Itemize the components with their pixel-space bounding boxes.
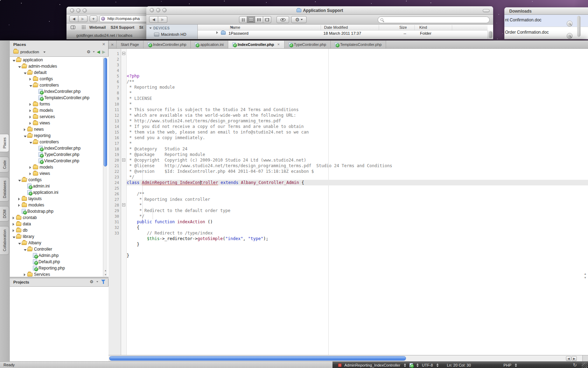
- search-field[interactable]: [378, 16, 490, 23]
- close-window-button[interactable]: [70, 8, 74, 13]
- scrollbar-thumb[interactable]: [489, 31, 492, 38]
- disclosure-icon[interactable]: [13, 221, 16, 227]
- tree-item-views[interactable]: views: [10, 170, 108, 177]
- top-sites-icon[interactable]: [82, 27, 83, 28]
- tree-item-bootstrap-php[interactable]: Bootstrap.php: [10, 208, 108, 214]
- column-header-date-modified[interactable]: Date Modified: [324, 25, 348, 29]
- code-area[interactable]: <?php/** * Reporting module * * LICENSE …: [127, 49, 588, 355]
- back-button[interactable]: ◀: [69, 15, 78, 22]
- disclosure-icon[interactable]: [18, 240, 22, 246]
- tree-item-viewcontroller-php[interactable]: ViewController.php: [10, 158, 108, 164]
- tree-item-news[interactable]: news: [10, 126, 108, 132]
- download-item[interactable]: Order Confirmation.doc: [504, 27, 588, 39]
- scroll-up-icon[interactable]: ▲: [104, 269, 107, 272]
- resize-grip[interactable]: [582, 362, 587, 368]
- scroll-right-icon[interactable]: ▶: [572, 356, 577, 361]
- side-tab-places[interactable]: Places: [0, 134, 9, 152]
- back-button[interactable]: ◀: [149, 16, 158, 23]
- fold-cell[interactable]: [121, 202, 126, 208]
- sidebar-section-devices[interactable]: DEVICES: [149, 26, 170, 30]
- horizontal-scrollbar[interactable]: ◀ ▶: [108, 355, 588, 361]
- side-tab-dom[interactable]: DOM: [0, 206, 9, 222]
- tree-item-configs[interactable]: configs: [10, 76, 108, 82]
- disclosure-icon[interactable]: [24, 126, 27, 132]
- tree-item-data[interactable]: data: [10, 221, 108, 227]
- close-icon[interactable]: ✕: [108, 41, 116, 48]
- tree-item-indexcontroller-php[interactable]: IndexController.php: [10, 88, 108, 95]
- bookmark-item-st[interactable]: St: [139, 25, 144, 29]
- tree-item-templatescontroller-php[interactable]: TemplatesController.php: [10, 95, 108, 101]
- new-tab-button[interactable]: +: [90, 15, 97, 22]
- tree-item-models[interactable]: models: [10, 107, 108, 114]
- gear-icon[interactable]: ⚙: [87, 50, 91, 54]
- disclosure-icon[interactable]: [29, 101, 33, 107]
- tree-item-default-php[interactable]: Default.php: [10, 259, 108, 265]
- tree-item-admin-modules[interactable]: admin-modules: [10, 63, 108, 69]
- reveal-in-finder-button[interactable]: [567, 21, 573, 27]
- toolbar-toggle-button[interactable]: [483, 9, 490, 12]
- editor-tab-typecontroller-php[interactable]: TypeController.php: [284, 41, 331, 48]
- tree-item-admin-ini[interactable]: admin.ini: [10, 183, 108, 189]
- disclosure-icon[interactable]: [29, 170, 33, 177]
- finder-titlebar[interactable]: Application Support: [146, 6, 493, 15]
- side-tab-databases[interactable]: Databases: [0, 177, 9, 202]
- tree-item-crontab[interactable]: crontab: [10, 214, 108, 221]
- bookmarks-icon[interactable]: [71, 26, 75, 29]
- coverflow-view-button[interactable]: [263, 16, 271, 23]
- tree-item-application[interactable]: application: [10, 57, 108, 63]
- encoding-indicator[interactable]: UTF-8: [422, 363, 433, 367]
- tree-item-views[interactable]: views: [10, 120, 108, 126]
- disclosure-icon[interactable]: [24, 271, 27, 277]
- sidebar-item-macintosh-hd[interactable]: Macintosh HD: [154, 32, 186, 36]
- scrollbar[interactable]: ▲ ▼: [103, 57, 107, 277]
- icon-view-button[interactable]: [239, 16, 247, 23]
- tree-item-admin-php[interactable]: Admin.php: [10, 252, 108, 259]
- list-view-button[interactable]: [247, 16, 255, 23]
- action-menu-button[interactable]: ⚙: [291, 16, 307, 23]
- language-indicator[interactable]: PHP: [503, 363, 511, 367]
- reveal-in-finder-button[interactable]: [567, 33, 573, 39]
- editor-tab-templatescontroller-php[interactable]: TemplatesController.php: [330, 41, 386, 48]
- scrollbar-thumb[interactable]: [577, 16, 581, 37]
- download-item[interactable]: nt Confirmation.doc: [504, 15, 588, 27]
- tree-item-db[interactable]: db: [10, 227, 108, 233]
- gear-icon[interactable]: ⚙: [90, 280, 93, 284]
- tree-item-reporting[interactable]: reporting: [10, 132, 108, 139]
- disclosure-icon[interactable]: [18, 177, 22, 183]
- editor-tab-application-ini[interactable]: application.ini: [190, 41, 228, 48]
- tree-item-default[interactable]: default: [10, 69, 108, 76]
- disclosure-icon[interactable]: [29, 82, 33, 88]
- tree-item-services[interactable]: services: [10, 114, 108, 120]
- tree-item-application-ini[interactable]: application.ini: [10, 189, 108, 196]
- column-view-button[interactable]: [255, 16, 263, 23]
- projects-list[interactable]: [10, 286, 108, 361]
- tree-item-services[interactable]: Services: [10, 271, 108, 277]
- root-selector[interactable]: production: [20, 50, 39, 54]
- disclosure-icon[interactable]: [29, 120, 33, 126]
- zoom-window-button[interactable]: [83, 8, 87, 13]
- tree-item-library[interactable]: library: [10, 233, 108, 240]
- scrollbar[interactable]: [488, 30, 493, 39]
- symbol-stepper[interactable]: [404, 363, 406, 367]
- disclosure-icon[interactable]: [29, 107, 33, 114]
- fold-cell[interactable]: [121, 51, 126, 56]
- tree-item-reporting-php[interactable]: Reporting.php: [10, 265, 108, 271]
- minimize-window-button[interactable]: [76, 8, 80, 13]
- disclosure-icon[interactable]: [18, 202, 22, 208]
- disclosure-icon[interactable]: [24, 132, 27, 139]
- column-header-size[interactable]: Size: [399, 25, 407, 29]
- scrollbar-thumb[interactable]: [109, 356, 406, 361]
- bookmark-item-webmail[interactable]: Webmail: [89, 25, 106, 29]
- tree-item-controllers[interactable]: controllers: [10, 82, 108, 88]
- forward-button[interactable]: ▶: [158, 16, 167, 23]
- disclosure-icon[interactable]: [13, 57, 16, 63]
- disclosure-icon[interactable]: [18, 196, 22, 202]
- current-symbol[interactable]: AdminReporting_IndexController: [344, 363, 400, 367]
- tree-item-controllers[interactable]: controllers: [10, 139, 108, 145]
- side-tab-code[interactable]: Code: [0, 157, 9, 172]
- language-stepper[interactable]: [515, 363, 517, 367]
- disclosure-icon[interactable]: [13, 233, 16, 240]
- sync-icon[interactable]: ↻: [573, 362, 577, 368]
- disclosure-icon[interactable]: [18, 63, 22, 69]
- tree-item-layouts[interactable]: layouts: [10, 196, 108, 202]
